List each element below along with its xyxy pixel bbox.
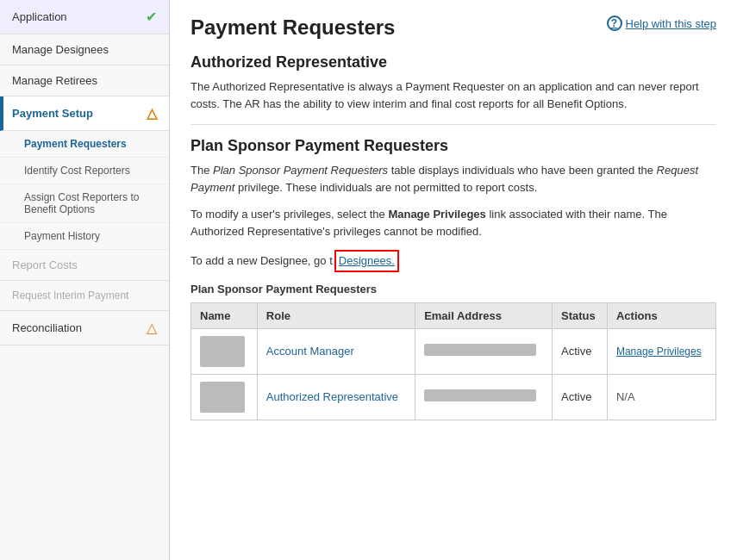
sidebar-item-label: Request Interim Payment (12, 289, 128, 302)
sidebar-subitem-payment-requesters[interactable]: Payment Requesters (0, 131, 169, 158)
row1-name-cell (191, 328, 258, 374)
sidebar-item-label: Payment Setup (12, 107, 93, 120)
help-link-label: Help with this step (626, 17, 717, 30)
avatar (200, 382, 245, 413)
row2-email-cell (415, 374, 553, 420)
row2-name-cell (191, 374, 258, 420)
sidebar-item-manage-retirees[interactable]: Manage Retirees (0, 65, 169, 96)
sidebar-item-label: Report Costs (12, 258, 78, 271)
sidebar-subitem-label: Payment History (24, 230, 100, 242)
sidebar-item-label: Application (12, 10, 67, 23)
check-icon: ✔ (146, 9, 157, 25)
sidebar-item-manage-designees[interactable]: Manage Designees (0, 34, 169, 65)
col-header-actions: Actions (607, 302, 715, 328)
sidebar-subitem-assign-cost-reporters[interactable]: Assign Cost Reporters to Benefit Options (0, 184, 169, 223)
help-icon: ? (607, 16, 622, 31)
row2-status-cell: Active (553, 374, 608, 420)
sidebar-item-payment-setup[interactable]: Payment Setup △ (0, 96, 169, 131)
sidebar: Application ✔ Manage Designees Manage Re… (0, 0, 170, 560)
sidebar-subitem-identify-cost-reporters[interactable]: Identify Cost Reporters (0, 158, 169, 184)
sidebar-item-application[interactable]: Application ✔ (0, 0, 169, 34)
help-link[interactable]: ? Help with this step (607, 16, 717, 31)
main-header: Payment Requesters ? Help with this step (190, 16, 716, 40)
sidebar-subitem-label: Payment Requesters (24, 138, 127, 150)
table-row: Authorized Representative Active N/A (191, 374, 716, 420)
row2-role: Authorized Representative (266, 390, 398, 403)
row2-role-cell: Authorized Representative (257, 374, 415, 420)
section2-body3: To add a new Designee, go tDesignees. (190, 250, 716, 272)
col-header-name: Name (191, 302, 258, 328)
sidebar-subitem-label: Identify Cost Reporters (24, 165, 130, 177)
section2-body1: The Plan Sponsor Payment Requesters tabl… (190, 162, 716, 196)
section1-body: The Authorized Representative is always … (190, 78, 716, 112)
requesters-table: Name Role Email Address Status Actions A… (190, 302, 716, 420)
section1-title: Authorized Representative (190, 53, 716, 72)
section2-title: Plan Sponsor Payment Requesters (190, 137, 716, 155)
table-row: Account Manager Active Manage Privileges (191, 328, 716, 374)
row1-action-cell: Manage Privileges (607, 328, 715, 374)
col-header-role: Role (257, 302, 415, 328)
sidebar-item-label: Manage Designees (12, 43, 109, 56)
row1-email-placeholder (424, 344, 536, 356)
row2-action-na: N/A (616, 390, 635, 403)
divider1 (190, 124, 716, 125)
sidebar-item-request-interim-payment: Request Interim Payment (0, 281, 169, 311)
main-content: Payment Requesters ? Help with this step… (170, 0, 737, 560)
sidebar-item-label: Manage Retirees (12, 74, 97, 87)
sidebar-subitem-payment-history[interactable]: Payment History (0, 223, 169, 250)
avatar (200, 336, 245, 367)
col-header-status: Status (553, 302, 608, 328)
row2-action-cell: N/A (607, 374, 715, 420)
page-title: Payment Requesters (190, 16, 395, 40)
designees-link-wrapper: Designees. (334, 250, 399, 272)
designees-link[interactable]: Designees. (339, 254, 395, 267)
sidebar-subitem-label: Assign Cost Reporters to Benefit Options (24, 191, 139, 215)
manage-privileges-link-1[interactable]: Manage Privileges (616, 345, 702, 358)
row1-email-cell (415, 328, 553, 374)
sidebar-item-label: Reconciliation (12, 321, 82, 334)
col-header-email: Email Address (415, 302, 553, 328)
row1-role[interactable]: Account Manager (266, 345, 354, 358)
section2-body2: To modify a user's privileges, select th… (190, 206, 716, 240)
row2-email-placeholder (424, 389, 536, 401)
warn-icon: △ (147, 105, 157, 121)
warn-icon-reconciliation: △ (147, 320, 157, 336)
row1-status-cell: Active (553, 328, 608, 374)
row1-role-cell: Account Manager (257, 328, 415, 374)
sidebar-item-report-costs: Report Costs (0, 250, 169, 281)
table-title: Plan Sponsor Payment Requesters (190, 283, 716, 296)
sidebar-item-reconciliation[interactable]: Reconciliation △ (0, 311, 169, 345)
